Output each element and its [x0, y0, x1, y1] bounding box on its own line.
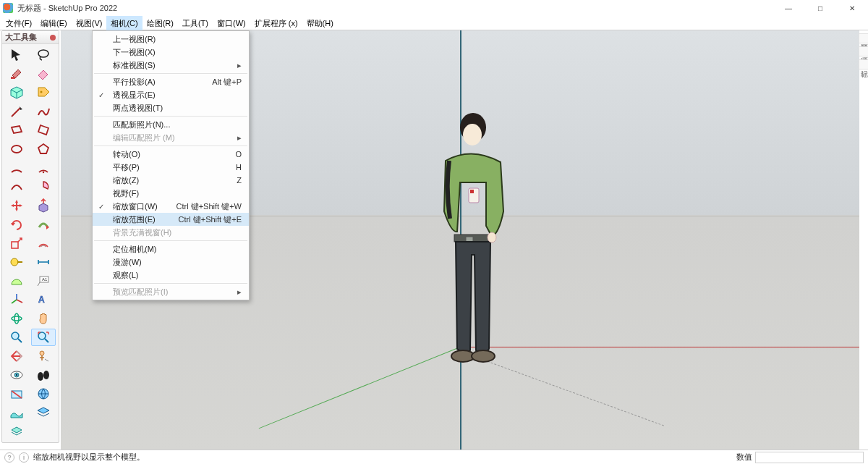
dd-match-new-photo[interactable]: 匹配新照片(N)... — [93, 118, 249, 131]
status-info-icon[interactable]: i — [19, 452, 29, 463]
tool-rotated-rect[interactable] — [31, 122, 56, 139]
tool-layers[interactable] — [31, 404, 56, 421]
tool-arc-center[interactable] — [31, 159, 56, 177]
large-toolset-palette[interactable]: 大工具集 — [1, 30, 59, 443]
dd-edit-match-photo: 编辑匹配照片 (M)▸ — [93, 131, 249, 144]
minimize-button[interactable]: — — [773, 0, 804, 16]
menu-edit[interactable]: 编辑(E) — [36, 16, 72, 30]
tool-pushpull[interactable] — [31, 197, 56, 214]
svg-rect-3 — [470, 190, 474, 193]
dd-walk[interactable]: 漫游(W) — [93, 256, 249, 269]
tool-offset[interactable] — [31, 235, 56, 252]
svg-point-11 — [41, 91, 43, 93]
svg-rect-14 — [12, 242, 18, 248]
dd-look[interactable]: 观察(L) — [93, 269, 249, 282]
tool-eraser[interactable] — [31, 65, 56, 83]
dd-next-view[interactable]: 下一视图(X) — [93, 46, 249, 59]
menu-ext[interactable]: 扩展程序 (x) — [250, 16, 302, 30]
tool-outliner[interactable] — [4, 423, 29, 440]
svg-point-6 — [488, 232, 496, 242]
value-input[interactable] — [755, 452, 864, 463]
dd-perspective[interactable]: ✓透视显示(E) — [93, 88, 249, 101]
tool-arc-2pt[interactable] — [4, 159, 29, 177]
tool-tape[interactable] — [4, 253, 29, 271]
tool-sandbox[interactable] — [4, 404, 29, 421]
tool-scale[interactable] — [4, 235, 29, 252]
dd-zoom-window[interactable]: ✓缩放窗口(W)Ctrl 键+Shift 键+W — [93, 200, 249, 213]
tool-prev-view[interactable] — [4, 347, 29, 365]
menu-window[interactable]: 窗口(W) — [213, 16, 250, 30]
tool-position-camera[interactable] — [31, 347, 56, 365]
tool-followme[interactable] — [31, 216, 56, 233]
tool-rectangle[interactable] — [4, 122, 29, 139]
dd-parallel[interactable]: 平行投影(A)Alt 键+P — [93, 75, 249, 88]
value-label: 数值 — [736, 452, 752, 463]
svg-text:A: A — [38, 295, 45, 305]
dd-position-camera[interactable]: 定位相机(M) — [93, 242, 249, 256]
svg-point-22 — [12, 332, 19, 339]
menu-help[interactable]: 帮助(H) — [302, 16, 338, 30]
tray-instructor[interactable]: 讲师 — [859, 46, 869, 56]
dd-prev-view[interactable]: 上一视图(R) — [93, 33, 249, 46]
maximize-button[interactable]: □ — [804, 0, 836, 16]
tool-walk[interactable] — [31, 366, 56, 384]
dd-standard-views[interactable]: 标准视图(S)▸ — [93, 59, 249, 72]
tool-polygon[interactable] — [31, 140, 56, 158]
menu-draw[interactable]: 绘图(R) — [142, 16, 178, 30]
dd-sep — [94, 145, 247, 146]
tool-text[interactable]: A1 — [31, 272, 56, 290]
dd-orbit[interactable]: 转动(O)O — [93, 148, 249, 161]
check-icon: ✓ — [98, 203, 104, 211]
tool-circle[interactable] — [4, 140, 29, 158]
status-help-icon[interactable]: ? — [4, 452, 14, 463]
tool-axes[interactable] — [4, 291, 29, 308]
tray-tags[interactable]: 标记 — [859, 59, 869, 69]
dd-zoom[interactable]: 缩放(Z)Z — [93, 174, 249, 187]
tool-pan[interactable] — [31, 310, 56, 327]
tool-look[interactable] — [4, 366, 29, 384]
menu-view[interactable]: 视图(V) — [72, 16, 107, 30]
dd-sep — [94, 283, 247, 284]
menu-tools[interactable]: 工具(T) — [178, 16, 213, 30]
tool-zoom[interactable] — [4, 329, 29, 346]
palette-title-bar[interactable]: 大工具集 — [2, 31, 59, 44]
dd-sep — [94, 116, 247, 117]
menu-bar: 文件(F) 编辑(E) 视图(V) 相机(C) 绘图(R) 工具(T) 窗口(W… — [0, 16, 868, 30]
submenu-arrow-icon: ▸ — [237, 133, 242, 143]
tool-grid: A1 A — [2, 44, 59, 442]
tool-geolocation[interactable] — [31, 385, 56, 402]
tool-protractor[interactable] — [4, 272, 29, 290]
menu-file[interactable]: 文件(F) — [1, 16, 36, 30]
svg-rect-10 — [11, 77, 15, 79]
scale-figure — [428, 110, 515, 371]
menu-camera[interactable]: 相机(C) — [106, 16, 142, 30]
tool-3dtext[interactable]: A — [31, 291, 56, 308]
tool-section[interactable] — [4, 385, 29, 402]
tool-pie[interactable] — [31, 178, 56, 195]
tool-rotate[interactable] — [4, 216, 29, 233]
tray-default[interactable]: 默认面板 — [859, 33, 869, 43]
dd-zoom-extents[interactable]: 缩放范围(E)Ctrl 键+Shift 键+E — [93, 213, 249, 226]
palette-pin-icon[interactable] — [50, 35, 56, 41]
tool-tag[interactable] — [31, 84, 56, 101]
svg-point-24 — [40, 351, 44, 355]
svg-point-12 — [12, 145, 22, 153]
window-title: 无标题 - SketchUp Pro 2022 — [17, 3, 117, 14]
tool-arc-3pt[interactable] — [4, 178, 29, 195]
app-logo-icon — [3, 3, 13, 13]
tool-lasso[interactable] — [31, 46, 56, 64]
tool-move[interactable] — [4, 197, 29, 214]
tool-orbit[interactable] — [4, 310, 29, 327]
dd-fov[interactable]: 视野(F) — [93, 187, 249, 200]
tool-paint[interactable] — [4, 65, 29, 83]
tool-dimension[interactable] — [31, 253, 56, 271]
dd-pan[interactable]: 平移(P)H — [93, 161, 249, 174]
right-tray-tabs: 默认面板 讲师 标记 — [859, 30, 868, 69]
tool-component[interactable] — [4, 84, 29, 101]
tool-line[interactable] — [4, 103, 29, 120]
dd-two-point[interactable]: 两点透视图(T) — [93, 101, 249, 114]
tool-zoom-extents[interactable] — [31, 329, 56, 346]
tool-freehand[interactable] — [31, 103, 56, 120]
tool-select[interactable] — [4, 46, 29, 64]
close-button[interactable]: ✕ — [836, 0, 868, 16]
